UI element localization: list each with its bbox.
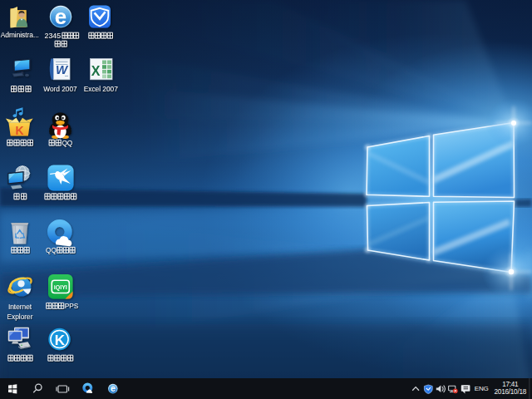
svg-text:e: e: [111, 383, 116, 393]
svg-text:Explorer: Explorer: [7, 313, 33, 321]
svg-text:e: e: [55, 4, 66, 29]
svg-text:Administra...: Administra...: [1, 31, 39, 39]
svg-text:X: X: [91, 64, 101, 78]
svg-text:2345: 2345: [45, 32, 62, 40]
svg-text:K: K: [16, 124, 24, 137]
svg-text:iQIYI: iQIYI: [54, 284, 67, 291]
svg-text:Excel 2007: Excel 2007: [84, 85, 118, 93]
svg-text:Word 2007: Word 2007: [43, 85, 77, 93]
svg-text:PPS: PPS: [65, 302, 79, 310]
svg-text:2016/10/18: 2016/10/18: [495, 388, 527, 396]
svg-text:QQ: QQ: [62, 139, 72, 147]
svg-text:K: K: [55, 332, 66, 348]
svg-text:QQ: QQ: [46, 246, 57, 254]
svg-text:ENG: ENG: [475, 385, 489, 392]
svg-text:17:41: 17:41: [502, 381, 519, 388]
svg-text:Internet: Internet: [8, 303, 32, 311]
